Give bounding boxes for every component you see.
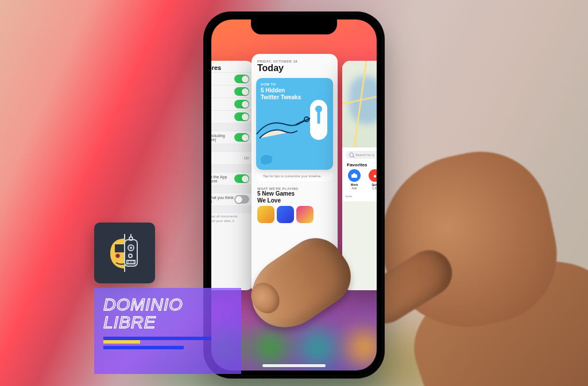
brand-line2: LIBRE xyxy=(103,314,232,332)
today-date: FRIDAY, OCTOBER 18 xyxy=(252,54,338,63)
section-tag: WHAT WE'RE PLAYING xyxy=(252,186,338,190)
toggle-switch-icon[interactable] xyxy=(234,112,249,121)
favorites-heading: Favorites xyxy=(347,162,377,167)
collections-heading: ions xyxy=(346,194,377,198)
toggle-switch-icon[interactable] xyxy=(234,174,249,183)
settings-row-appstore[interactable]: on the App Store xyxy=(211,172,254,185)
settings-row[interactable] xyxy=(211,98,254,110)
watermark-overlay: DOMINIO LIBRE xyxy=(94,223,243,375)
brand-logo xyxy=(94,223,155,283)
game-thumbnails[interactable] xyxy=(252,206,338,223)
brand-line1: DOMINIO xyxy=(103,296,232,314)
app-card-maps[interactable]: Botanical House Search for a Favorites W xyxy=(342,61,377,290)
watermark-panel: DOMINIO LIBRE xyxy=(94,288,241,374)
toggle-switch-icon[interactable] xyxy=(234,100,249,108)
home-indicator[interactable] xyxy=(262,364,326,367)
settings-label: on the App Store xyxy=(211,175,234,183)
settings-row[interactable] xyxy=(211,110,254,123)
settings-row-think[interactable]: what you think by xyxy=(211,193,254,205)
toggle-switch-icon[interactable] xyxy=(234,87,249,96)
svg-point-7 xyxy=(129,237,133,240)
svg-point-0 xyxy=(304,117,309,122)
settings-header: ores xyxy=(211,61,254,72)
search-icon xyxy=(349,153,354,157)
settings-value: On xyxy=(244,156,249,160)
toggle-switch-icon[interactable] xyxy=(234,133,249,142)
favorite-sub: 1,33 xyxy=(372,186,377,190)
game-thumbnail[interactable] xyxy=(277,206,294,223)
robot-face-icon xyxy=(102,231,147,275)
brand-underline-decoration xyxy=(103,337,232,353)
section-title: 5 New Games We Love xyxy=(252,190,338,206)
hero-caption: Tap for tips to customize your timeline. xyxy=(256,172,333,181)
pin-icon: ● xyxy=(369,169,377,182)
game-thumbnail[interactable] xyxy=(257,206,274,223)
settings-row-including[interactable]: (including free) xyxy=(211,131,254,143)
favorite-work[interactable]: Work Add xyxy=(346,169,363,190)
settings-row[interactable] xyxy=(211,72,254,85)
phone-notch xyxy=(251,20,337,34)
briefcase-icon xyxy=(348,169,361,182)
hand-with-key-illustration xyxy=(256,107,314,147)
favorite-item[interactable]: ● Quiv 1,33 xyxy=(366,169,377,190)
toggle-switch-icon[interactable] xyxy=(234,195,249,204)
twitter-bird-icon xyxy=(260,154,273,165)
maps-bottom-sheet[interactable]: Search for a Favorites Work Add ● xyxy=(342,147,377,201)
settings-row-value[interactable]: On xyxy=(211,151,254,164)
hero-title: 5 Hidden Twitter Tweaks xyxy=(261,87,310,100)
svg-rect-2 xyxy=(353,173,355,175)
maps-search-field[interactable]: Search for a xyxy=(346,151,377,159)
hero-tag: HOW TO xyxy=(261,83,276,86)
toggle-switch-icon[interactable] xyxy=(234,75,249,83)
svg-rect-4 xyxy=(115,244,125,252)
svg-point-11 xyxy=(129,254,132,258)
favorite-sub: Add xyxy=(352,186,357,190)
hero-story-card[interactable]: HOW TO 5 Hidden Twitter Tweaks xyxy=(256,78,333,170)
search-placeholder: Search for a xyxy=(355,153,374,157)
map-viewport[interactable]: Botanical House xyxy=(342,61,377,147)
settings-row[interactable] xyxy=(211,85,254,98)
keyhole-icon xyxy=(310,100,327,140)
brand-name: DOMINIO LIBRE xyxy=(103,296,232,331)
game-thumbnail[interactable] xyxy=(296,206,314,223)
today-title: Today xyxy=(252,63,338,77)
settings-label: what you think by xyxy=(211,196,234,204)
settings-label: (including free) xyxy=(211,134,234,142)
svg-point-10 xyxy=(130,247,132,249)
